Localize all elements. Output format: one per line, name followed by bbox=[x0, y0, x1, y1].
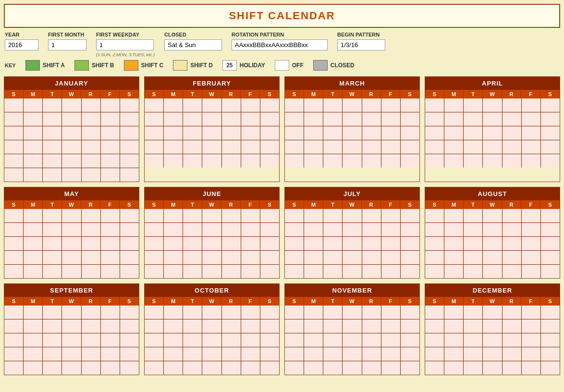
month-header-august: AUGUST bbox=[425, 187, 560, 200]
cal-cell bbox=[522, 209, 540, 222]
day-header-T: T bbox=[464, 90, 483, 98]
cal-cell bbox=[202, 306, 221, 319]
cal-cell bbox=[145, 98, 163, 112]
cal-cell bbox=[285, 209, 304, 222]
cal-cell bbox=[164, 361, 183, 375]
day-header-S: S bbox=[260, 200, 279, 209]
cal-cell bbox=[483, 98, 502, 112]
off-swatch bbox=[275, 60, 289, 71]
cal-cell bbox=[222, 306, 241, 319]
cal-cell bbox=[522, 98, 540, 112]
cal-cell bbox=[425, 98, 444, 112]
cal-cell bbox=[401, 209, 419, 222]
key-item-off: OFF bbox=[275, 60, 304, 71]
day-header-M: M bbox=[164, 90, 183, 98]
cal-cell bbox=[541, 223, 560, 236]
cal-cell bbox=[164, 251, 183, 264]
cal-cell bbox=[145, 333, 163, 347]
day-header-F: F bbox=[381, 297, 400, 306]
day-header-T: T bbox=[43, 297, 62, 306]
day-header-R: R bbox=[81, 297, 100, 306]
year-input[interactable] bbox=[5, 39, 38, 50]
cal-cell bbox=[260, 347, 279, 361]
cal-cell bbox=[444, 209, 463, 222]
cal-cell bbox=[425, 333, 444, 347]
day-header-R: R bbox=[81, 90, 100, 98]
cal-cell bbox=[483, 154, 502, 168]
cal-cell bbox=[541, 98, 560, 112]
day-header-W: W bbox=[62, 200, 81, 209]
day-header-S: S bbox=[285, 90, 304, 98]
cal-cell bbox=[120, 333, 139, 347]
cal-cell bbox=[304, 209, 323, 222]
day-header-T: T bbox=[464, 200, 483, 209]
cal-cell bbox=[24, 112, 42, 126]
cal-cell bbox=[260, 98, 279, 112]
cal-cell bbox=[145, 223, 163, 236]
first-month-input[interactable] bbox=[48, 39, 86, 50]
cal-cell bbox=[222, 223, 241, 236]
cal-cell bbox=[183, 237, 202, 250]
cal-cell bbox=[362, 265, 381, 278]
cal-cell bbox=[285, 347, 304, 361]
cal-cell bbox=[120, 265, 139, 278]
cal-cell bbox=[62, 98, 81, 112]
month-header-november: NOVEMBER bbox=[285, 284, 419, 297]
cal-cell bbox=[425, 209, 444, 222]
cal-cell bbox=[24, 361, 42, 375]
cal-cell bbox=[381, 237, 400, 250]
cal-cell bbox=[145, 140, 163, 154]
cal-cell bbox=[24, 223, 42, 236]
cal-cell bbox=[522, 333, 540, 347]
day-header-T: T bbox=[464, 297, 483, 306]
cal-cell bbox=[343, 154, 361, 168]
cal-cell bbox=[222, 265, 241, 278]
cal-cell bbox=[483, 126, 502, 140]
begin-input[interactable] bbox=[337, 39, 385, 50]
first-weekday-input[interactable] bbox=[96, 39, 154, 50]
day-header-S: S bbox=[4, 90, 24, 98]
cal-cell bbox=[101, 126, 120, 140]
cal-cell bbox=[4, 168, 23, 182]
cal-cell bbox=[101, 347, 120, 361]
key-item-shift-b: SHIFT B bbox=[74, 60, 114, 71]
cal-cell bbox=[241, 154, 260, 168]
cal-cell bbox=[120, 306, 139, 319]
cal-cell bbox=[183, 140, 202, 154]
cal-cell bbox=[260, 319, 279, 333]
cal-cell bbox=[362, 306, 381, 319]
cal-cell bbox=[444, 98, 463, 112]
day-header-S: S bbox=[120, 200, 139, 209]
cal-cell bbox=[120, 112, 139, 126]
rotation-input[interactable] bbox=[232, 39, 328, 50]
cal-cell bbox=[541, 251, 560, 264]
cal-cell bbox=[241, 140, 260, 154]
cal-cell bbox=[82, 251, 100, 264]
cal-cell bbox=[381, 98, 400, 112]
closed-input[interactable] bbox=[164, 39, 222, 50]
key-item-holiday: 25 HOLIDAY bbox=[222, 60, 265, 71]
cal-cell bbox=[541, 154, 560, 168]
cal-cell bbox=[241, 265, 260, 278]
month-header-june: JUNE bbox=[145, 187, 279, 200]
cal-cell bbox=[503, 112, 521, 126]
day-header-T: T bbox=[183, 90, 202, 98]
cal-cell bbox=[101, 265, 120, 278]
cal-cell bbox=[82, 347, 100, 361]
cal-cell bbox=[503, 347, 521, 361]
cal-cell bbox=[62, 347, 81, 361]
day-header-T: T bbox=[43, 90, 62, 98]
cal-cell bbox=[362, 347, 381, 361]
cal-cell bbox=[362, 237, 381, 250]
cal-cell bbox=[43, 126, 61, 140]
day-header-F: F bbox=[100, 297, 120, 306]
cal-cell bbox=[483, 306, 502, 319]
day-header-M: M bbox=[444, 90, 464, 98]
cal-cell bbox=[323, 251, 342, 264]
cal-cell bbox=[343, 126, 361, 140]
calendar-grid-april bbox=[425, 98, 560, 168]
cal-cell bbox=[362, 333, 381, 347]
day-header-M: M bbox=[164, 200, 183, 209]
cal-cell bbox=[164, 98, 183, 112]
cal-cell bbox=[503, 319, 521, 333]
